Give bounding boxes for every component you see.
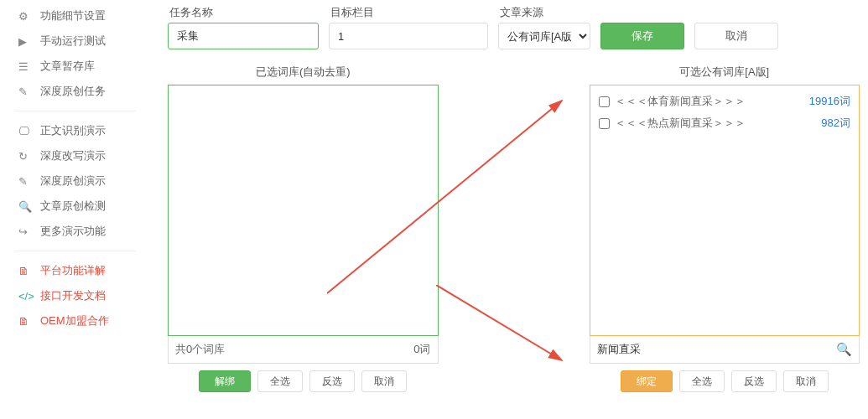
sidebar-item-label: 更多演示功能 bbox=[40, 224, 106, 239]
sidebar-item-manual-run[interactable]: ▶ 手动运行测试 bbox=[0, 28, 151, 54]
play-icon: ▶ bbox=[18, 35, 32, 48]
main-content: 任务名称 目标栏目 文章来源 公有词库[A版] 保存 取消 已选词库(自动去重)… bbox=[168, 0, 860, 392]
gears-icon: ⚙ bbox=[18, 10, 32, 23]
sidebar-item-label: 深度改写演示 bbox=[40, 148, 106, 163]
monitor-icon: 🖵 bbox=[18, 125, 32, 137]
wordlib-item[interactable]: ＜＜＜体育新闻直采＞＞＞ 19916词 bbox=[597, 91, 853, 112]
wordlib-name: ＜＜＜体育新闻直采＞＞＞ bbox=[615, 94, 746, 109]
select-all-button[interactable]: 全选 bbox=[257, 370, 303, 392]
wordlib-count: 19916词 bbox=[809, 94, 850, 109]
task-name-label: 任务名称 bbox=[169, 5, 319, 20]
sidebar-item-label: OEM加盟合作 bbox=[40, 313, 109, 328]
select-all-button[interactable]: 全选 bbox=[679, 370, 725, 392]
cancel-select-button[interactable]: 取消 bbox=[361, 370, 407, 392]
form-row: 任务名称 目标栏目 文章来源 公有词库[A版] 保存 取消 bbox=[168, 0, 860, 53]
sidebar-item-text-recog-demo[interactable]: 🖵 正文识别演示 bbox=[0, 118, 151, 143]
wordlib-count: 982词 bbox=[821, 116, 850, 131]
selected-panel-title: 已选词库(自动去重) bbox=[168, 65, 439, 80]
doc-icon: 🗎 bbox=[18, 265, 32, 277]
sidebar-item-settings[interactable]: ⚙ 功能细节设置 bbox=[0, 3, 151, 28]
wordlib-item[interactable]: ＜＜＜热点新闻直采＞＞＞ 982词 bbox=[597, 112, 853, 134]
sidebar-item-label: 手动运行测试 bbox=[40, 34, 106, 49]
sidebar-item-deep-original-demo[interactable]: ✎ 深度原创演示 bbox=[0, 168, 151, 194]
save-button[interactable]: 保存 bbox=[600, 23, 684, 49]
cancel-button[interactable]: 取消 bbox=[694, 23, 778, 49]
sidebar-item-more-demo[interactable]: ↪ 更多演示功能 bbox=[0, 219, 151, 244]
doc-icon: 🗎 bbox=[18, 315, 32, 328]
available-wordlib-panel: 可选公有词库[A版] ＜＜＜体育新闻直采＞＞＞ 19916词 ＜＜＜热点新闻直采… bbox=[590, 65, 860, 392]
search-icon[interactable]: 🔍 bbox=[836, 342, 852, 357]
selected-word-total: 0词 bbox=[413, 342, 430, 357]
available-panel-box: ＜＜＜体育新闻直采＞＞＞ 19916词 ＜＜＜热点新闻直采＞＞＞ 982词 bbox=[590, 85, 860, 336]
unbind-button[interactable]: 解绑 bbox=[199, 370, 251, 392]
wordlib-name: ＜＜＜热点新闻直采＞＞＞ bbox=[615, 116, 746, 131]
sidebar-item-label: 功能细节设置 bbox=[40, 8, 106, 23]
bind-button[interactable]: 绑定 bbox=[621, 370, 673, 392]
target-col-input[interactable] bbox=[329, 23, 488, 49]
panels: 已选词库(自动去重) 共0个词库 0词 解绑 全选 反选 取消 可选公有词库[A… bbox=[168, 65, 860, 392]
sidebar-item-article-store[interactable]: ☰ 文章暂存库 bbox=[0, 54, 151, 79]
sidebar-item-oem[interactable]: 🗎 OEM加盟合作 bbox=[0, 308, 151, 334]
available-panel-title: 可选公有词库[A版] bbox=[590, 65, 860, 80]
code-icon: </> bbox=[18, 290, 32, 303]
sidebar-item-deep-original-task[interactable]: ✎ 深度原创任务 bbox=[0, 79, 151, 104]
available-panel-actions: 绑定 全选 反选 取消 bbox=[590, 370, 860, 392]
sidebar-item-deep-rewrite-demo[interactable]: ↻ 深度改写演示 bbox=[0, 143, 151, 168]
search-icon: 🔍 bbox=[18, 200, 32, 213]
edit-icon: ✎ bbox=[18, 175, 32, 188]
selected-wordlib-panel: 已选词库(自动去重) 共0个词库 0词 解绑 全选 反选 取消 bbox=[168, 65, 439, 392]
sidebar: ⚙ 功能细节设置 ▶ 手动运行测试 ☰ 文章暂存库 ✎ 深度原创任务 🖵 正文识… bbox=[0, 0, 151, 419]
invert-select-button[interactable]: 反选 bbox=[731, 370, 777, 392]
list-icon: ☰ bbox=[18, 60, 32, 73]
sidebar-item-label: 深度原创任务 bbox=[40, 84, 106, 99]
wordlib-checkbox[interactable] bbox=[599, 96, 610, 107]
sidebar-item-label: 文章暂存库 bbox=[40, 59, 95, 74]
sidebar-item-label: 接口开发文档 bbox=[40, 288, 106, 303]
share-icon: ↪ bbox=[18, 225, 32, 238]
sidebar-item-article-check[interactable]: 🔍 文章原创检测 bbox=[0, 194, 151, 219]
task-name-input[interactable] bbox=[168, 23, 319, 49]
sidebar-item-api-doc[interactable]: </> 接口开发文档 bbox=[0, 283, 151, 308]
selected-panel-actions: 解绑 全选 反选 取消 bbox=[168, 370, 439, 392]
sidebar-item-label: 深度原创演示 bbox=[40, 173, 106, 189]
sidebar-item-label: 平台功能详解 bbox=[40, 263, 106, 278]
target-col-label: 目标栏目 bbox=[330, 5, 488, 20]
selected-count-label: 共0个词库 bbox=[175, 342, 225, 357]
edit-icon: ✎ bbox=[18, 85, 32, 98]
invert-select-button[interactable]: 反选 bbox=[309, 370, 355, 392]
sidebar-item-label: 正文识别演示 bbox=[40, 123, 106, 138]
sidebar-divider bbox=[15, 251, 136, 251]
source-select[interactable]: 公有词库[A版] bbox=[498, 23, 590, 49]
sidebar-item-label: 文章原创检测 bbox=[40, 199, 106, 214]
selected-panel-box bbox=[168, 85, 439, 336]
refresh-icon: ↻ bbox=[18, 150, 32, 163]
selected-panel-footer: 共0个词库 0词 bbox=[168, 335, 439, 364]
sidebar-item-platform-guide[interactable]: 🗎 平台功能详解 bbox=[0, 258, 151, 283]
cancel-select-button[interactable]: 取消 bbox=[783, 370, 829, 392]
available-panel-footer: 🔍 bbox=[590, 335, 860, 364]
wordlib-checkbox[interactable] bbox=[599, 118, 610, 129]
source-label: 文章来源 bbox=[500, 5, 590, 20]
wordlib-search-input[interactable] bbox=[597, 336, 837, 363]
sidebar-divider bbox=[15, 111, 136, 111]
